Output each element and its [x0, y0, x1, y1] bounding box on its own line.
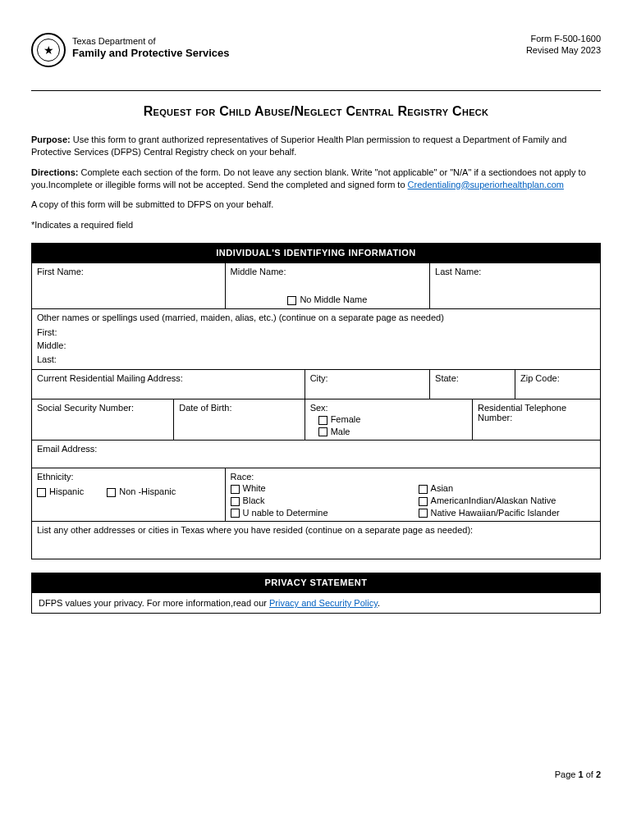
- document-header: ★ Texas Department of Family and Protect…: [31, 33, 601, 67]
- purpose-text: Use this form to grant authorized repres…: [31, 135, 566, 157]
- city-cell[interactable]: City:: [305, 370, 429, 399]
- other-names-cell[interactable]: Other names or spellings used (married, …: [32, 308, 601, 370]
- copy-note: A copy of this form will be submitted to…: [31, 199, 601, 211]
- required-note: *Indicates a required field: [31, 219, 601, 231]
- no-middle-label: No Middle Name: [300, 294, 367, 304]
- eth-hispanic-option[interactable]: Hispanic: [37, 486, 84, 497]
- state-cell[interactable]: State:: [430, 370, 515, 399]
- checkbox-icon[interactable]: [318, 427, 327, 436]
- middle-name-label: Middle Name:: [231, 267, 424, 276]
- first-name-cell[interactable]: First Name:: [32, 263, 226, 309]
- privacy-table: DFPS values your privacy. For more infor…: [31, 592, 601, 614]
- race-black-option[interactable]: Black: [231, 495, 328, 506]
- middle-name-cell[interactable]: Middle Name: No Middle Name: [225, 263, 429, 309]
- race-asian-option[interactable]: Asian: [419, 483, 560, 494]
- checkbox-icon[interactable]: [419, 509, 428, 518]
- address-cell[interactable]: Current Residential Mailing Address:: [32, 370, 305, 399]
- dfps-seal-icon: ★: [31, 33, 66, 67]
- sex-male-option[interactable]: Male: [318, 427, 467, 437]
- form-meta: Form F-500-1600 Revised May 2023: [526, 33, 601, 57]
- other-addresses-label: List any other addresses or cities in Te…: [37, 525, 595, 535]
- form-number: Form F-500-1600: [526, 33, 601, 44]
- other-first-label: First:: [37, 326, 595, 340]
- other-names-label: Other names or spellings used (married, …: [37, 313, 444, 322]
- last-name-label: Last Name:: [435, 267, 595, 276]
- eth-nonhispanic-option[interactable]: Non -Hispanic: [107, 486, 176, 497]
- identifying-info-table: First Name: Middle Name: No Middle Name …: [31, 262, 601, 559]
- ssn-cell[interactable]: Social Security Number:: [32, 399, 174, 441]
- purpose-label: Purpose:: [31, 135, 71, 144]
- ethnicity-cell[interactable]: Ethnicity: Hispanic Non -Hispanic: [32, 468, 226, 522]
- checkbox-icon[interactable]: [37, 488, 46, 497]
- dept-line1: Texas Department of: [72, 36, 229, 47]
- checkbox-icon[interactable]: [231, 497, 240, 506]
- first-name-label: First Name:: [37, 267, 220, 276]
- race-white-option[interactable]: White: [231, 483, 328, 494]
- race-cell[interactable]: Race: White Black U nable to Determine A…: [225, 468, 600, 522]
- email-cell[interactable]: Email Address:: [32, 441, 601, 468]
- form-revised: Revised May 2023: [526, 44, 601, 56]
- dept-line2: Family and Protective Services: [72, 47, 229, 60]
- phone-label: Residential Telephone Number:: [478, 403, 595, 422]
- credentialing-email-link[interactable]: Credentialing@superiorhealthplan.com: [408, 180, 564, 189]
- checkbox-icon[interactable]: [231, 485, 240, 494]
- race-nhpi-option[interactable]: Native Hawaiian/Pacific Islander: [419, 508, 560, 518]
- zip-cell[interactable]: Zip Code:: [515, 370, 601, 399]
- sex-female-option[interactable]: Female: [318, 414, 467, 425]
- race-label: Race:: [231, 472, 595, 482]
- privacy-text-before: DFPS values your privacy. For more infor…: [39, 598, 269, 608]
- checkbox-icon[interactable]: [231, 509, 240, 518]
- checkbox-icon[interactable]: [419, 497, 428, 506]
- header-rule: [31, 90, 601, 91]
- phone-cell[interactable]: Residential Telephone Number:: [473, 399, 601, 441]
- other-middle-label: Middle:: [37, 339, 595, 353]
- directions-paragraph: Directions: Complete each section of the…: [31, 167, 601, 191]
- ssn-label: Social Security Number:: [37, 403, 168, 413]
- other-last-label: Last:: [37, 353, 595, 367]
- zip-label: Zip Code:: [520, 373, 595, 383]
- section-header-identifying: INDIVIDUAL'S IDENTIFYING INFORMATION: [31, 243, 601, 262]
- dob-label: Date of Birth:: [179, 403, 299, 413]
- department-identity: ★ Texas Department of Family and Protect…: [31, 33, 229, 67]
- section-header-privacy: PRIVACY STATEMENT: [31, 573, 601, 592]
- no-middle-name-option[interactable]: No Middle Name: [231, 276, 424, 305]
- address-label: Current Residential Mailing Address:: [37, 373, 300, 383]
- race-unable-option[interactable]: U nable to Determine: [231, 508, 328, 518]
- ethnicity-label: Ethnicity:: [37, 472, 220, 482]
- last-name-cell[interactable]: Last Name:: [430, 263, 601, 309]
- purpose-paragraph: Purpose: Use this form to grant authoriz…: [31, 134, 601, 158]
- other-addresses-cell[interactable]: List any other addresses or cities in Te…: [32, 522, 601, 559]
- sex-label: Sex:: [310, 403, 467, 413]
- city-label: City:: [310, 373, 424, 383]
- department-name: Texas Department of Family and Protectiv…: [72, 36, 229, 60]
- sex-cell[interactable]: Sex: Female Male: [305, 399, 472, 441]
- email-label: Email Address:: [37, 444, 595, 454]
- race-aian-option[interactable]: AmericanIndian/Alaskan Native: [419, 495, 560, 506]
- checkbox-icon[interactable]: [318, 416, 327, 425]
- dob-cell[interactable]: Date of Birth:: [174, 399, 305, 441]
- checkbox-icon[interactable]: [107, 488, 116, 497]
- checkbox-icon[interactable]: [419, 485, 428, 494]
- directions-label: Directions:: [31, 167, 78, 177]
- privacy-cell: DFPS values your privacy. For more infor…: [32, 593, 601, 614]
- page-number: Page 1 of 2: [31, 769, 601, 779]
- privacy-text-after: .: [378, 598, 380, 608]
- checkbox-icon[interactable]: [287, 296, 296, 305]
- state-label: State:: [435, 373, 510, 383]
- page-title: Request for Child Abuse/Neglect Central …: [31, 104, 601, 119]
- privacy-policy-link[interactable]: Privacy and Security Policy: [269, 598, 378, 608]
